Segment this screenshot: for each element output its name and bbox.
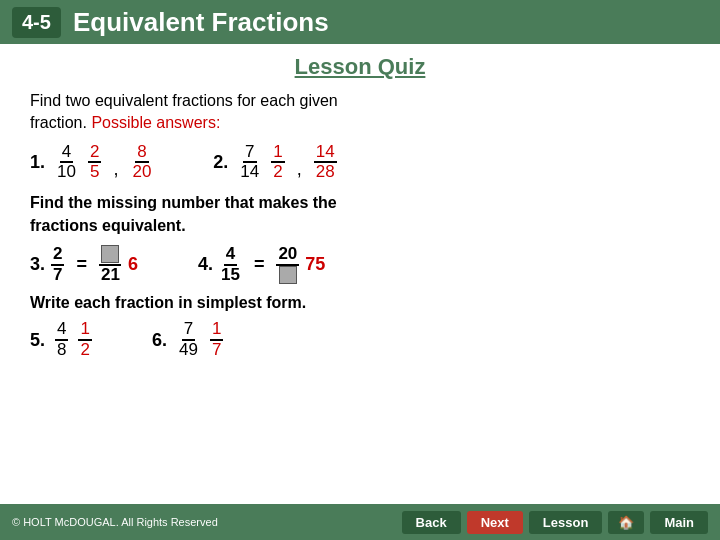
problem-6-given: 7 49 (177, 320, 200, 359)
problem-4-frac: 4 15 (219, 245, 242, 284)
problem-3-number: 3. (30, 254, 45, 275)
p1-given-den: 10 (55, 163, 78, 182)
problem-5-ans: 1 2 (78, 320, 91, 359)
main-content: Lesson Quiz Find two equivalent fraction… (0, 44, 720, 380)
p2-ans2-num: 14 (314, 143, 337, 164)
problem-2-ans1: 1 2 (271, 143, 284, 182)
problem-4: 4. 4 15 = 20 75 (198, 245, 325, 284)
problem-2-number: 2. (213, 152, 228, 173)
problem-3-frac: 2 7 (51, 245, 64, 284)
problem-5: 5. 4 8 1 2 (30, 320, 92, 359)
p2-ans1-num: 1 (271, 143, 284, 164)
p4-box (279, 266, 297, 284)
p5-ans-den: 2 (78, 341, 91, 360)
p1-ans1-den: 5 (88, 163, 101, 182)
problem-1-given: 4 10 (55, 143, 78, 182)
write-instruction: Write each fraction in simplest form. (30, 294, 690, 312)
problems-row-1-2: 1. 4 10 2 5 , 8 20 2. 7 14 1 (30, 143, 690, 182)
problem-3-missing: 21 (99, 245, 122, 284)
lesson-quiz-title: Lesson Quiz (30, 54, 690, 80)
p1-comma: , (113, 159, 118, 182)
problem-1-ans1: 2 5 (88, 143, 101, 182)
p2-ans1-den: 2 (271, 163, 284, 182)
p2-comma: , (297, 159, 302, 182)
footer-nav: Back Next Lesson 🏠 Main (402, 511, 708, 534)
p1-ans2-num: 8 (135, 143, 148, 164)
problems-row-5-6: 5. 4 8 1 2 6. 7 49 1 7 (30, 320, 690, 359)
lesson-badge: 4-5 (12, 7, 61, 38)
p6-given-den: 49 (177, 341, 200, 360)
p1-ans1-num: 2 (88, 143, 101, 164)
p3-frac-num: 2 (51, 245, 64, 266)
p5-given-den: 8 (55, 341, 68, 360)
p1-ans2-den: 20 (130, 163, 153, 182)
p2-given-den: 14 (238, 163, 261, 182)
p4-missing-num: 20 (276, 245, 299, 266)
problem-5-given: 4 8 (55, 320, 68, 359)
p4-frac-num: 4 (224, 245, 237, 266)
p4-answer: 75 (305, 254, 325, 275)
problem-1-ans2: 8 20 (130, 143, 153, 182)
p5-ans-num: 1 (78, 320, 91, 341)
p4-frac-den: 15 (219, 266, 242, 285)
problem-6: 6. 7 49 1 7 (152, 320, 223, 359)
home-button[interactable]: 🏠 (608, 511, 644, 534)
p3-equals: = (76, 254, 87, 275)
p5-given-num: 4 (55, 320, 68, 341)
main-button[interactable]: Main (650, 511, 708, 534)
problem-1: 1. 4 10 2 5 , 8 20 (30, 143, 153, 182)
problem-2: 2. 7 14 1 2 , 14 28 (213, 143, 336, 182)
footer-bar: © HOLT McDOUGAL. All Rights Reserved Bac… (0, 504, 720, 540)
instruction-text-1: Find two equivalent fractions for each g… (30, 92, 338, 109)
missing-instruction: Find the missing number that makes the f… (30, 192, 690, 237)
p2-given-num: 7 (243, 143, 256, 164)
problems-row-3-4: 3. 2 7 = 21 6 4. 4 15 = 20 (30, 245, 690, 284)
back-button[interactable]: Back (402, 511, 461, 534)
p3-box (101, 245, 119, 263)
p1-given-num: 4 (60, 143, 73, 164)
problem-5-number: 5. (30, 330, 45, 351)
page-title: Equivalent Fractions (73, 7, 329, 38)
p3-frac-den: 7 (51, 266, 64, 285)
p6-ans-den: 7 (210, 341, 223, 360)
p3-missing-den: 21 (99, 266, 122, 285)
problem-1-number: 1. (30, 152, 45, 173)
p6-ans-num: 1 (210, 320, 223, 341)
possible-answers-label: Possible answers: (91, 114, 220, 131)
next-button[interactable]: Next (467, 511, 523, 534)
lesson-button[interactable]: Lesson (529, 511, 603, 534)
header-bar: 4-5 Equivalent Fractions (0, 0, 720, 44)
problem-2-ans2: 14 28 (314, 143, 337, 182)
problem-4-number: 4. (198, 254, 213, 275)
p6-given-num: 7 (182, 320, 195, 341)
p3-answer: 6 (128, 254, 138, 275)
instruction-text-2: fraction. (30, 114, 87, 131)
problem-6-number: 6. (152, 330, 167, 351)
p2-ans2-den: 28 (314, 163, 337, 182)
problem-4-missing: 20 (276, 245, 299, 284)
copyright: © HOLT McDOUGAL. All Rights Reserved (12, 516, 218, 528)
instruction-1: Find two equivalent fractions for each g… (30, 90, 690, 135)
p4-equals: = (254, 254, 265, 275)
problem-3: 3. 2 7 = 21 6 (30, 245, 138, 284)
problem-2-given: 7 14 (238, 143, 261, 182)
problem-6-ans: 1 7 (210, 320, 223, 359)
